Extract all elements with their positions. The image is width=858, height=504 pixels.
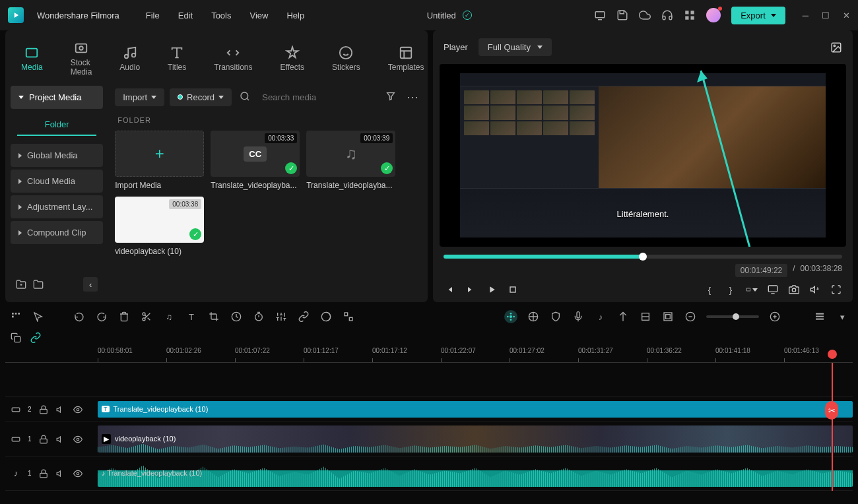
image-icon[interactable] <box>830 42 842 53</box>
media-item-music[interactable]: ♫00:03:39✓ Translate_videoplayba... <box>306 131 395 190</box>
video-track-icon[interactable] <box>11 434 21 445</box>
display-button[interactable] <box>767 284 779 296</box>
undo-button[interactable] <box>73 310 86 323</box>
sidebar-cloud-media[interactable]: Cloud Media <box>11 170 103 193</box>
media-item-cc[interactable]: CC00:03:33✓ Translate_videoplayba... <box>211 131 300 190</box>
menu-view[interactable]: View <box>249 11 268 20</box>
zoom-out-button[interactable] <box>684 310 697 323</box>
aspect-button[interactable] <box>746 284 758 296</box>
snapshot-button[interactable] <box>788 284 800 296</box>
menu-tools[interactable]: Tools <box>211 11 231 20</box>
crop-button[interactable] <box>207 310 220 323</box>
track-copy-button[interactable] <box>9 331 22 344</box>
lock-icon[interactable] <box>38 468 49 479</box>
text-track-icon[interactable] <box>11 404 21 415</box>
tab-media[interactable]: Media <box>15 42 50 76</box>
mute-icon[interactable] <box>55 404 66 415</box>
close-button[interactable]: ✕ <box>843 11 850 20</box>
headphones-icon[interactable] <box>661 9 673 21</box>
play-button[interactable] <box>486 284 498 296</box>
view-settings-button[interactable]: ▾ <box>836 310 849 323</box>
tab-audio[interactable]: Audio <box>113 42 147 76</box>
player-viewport[interactable]: Littéralement. <box>440 64 846 247</box>
import-button[interactable]: Import <box>115 88 164 106</box>
cloud-icon[interactable] <box>639 9 651 21</box>
group-button[interactable] <box>342 310 355 323</box>
mark-out-button[interactable]: } <box>725 284 737 296</box>
tab-titles[interactable]: Titles <box>161 42 193 76</box>
grid-icon[interactable] <box>9 310 22 323</box>
visibility-icon[interactable] <box>73 434 83 445</box>
zoom-in-button[interactable] <box>768 310 781 323</box>
prev-frame-button[interactable] <box>444 284 455 296</box>
link-toggle-button[interactable] <box>29 331 42 344</box>
view-list-button[interactable] <box>813 310 826 323</box>
shield-button[interactable] <box>549 310 562 323</box>
menu-edit[interactable]: Edit <box>178 11 193 20</box>
visibility-icon[interactable] <box>73 468 83 479</box>
mute-icon[interactable] <box>55 468 66 479</box>
maximize-button[interactable]: ☐ <box>822 11 830 20</box>
export-button[interactable]: Export <box>731 7 785 24</box>
save-icon[interactable] <box>616 9 628 21</box>
new-folder-icon[interactable] <box>16 279 26 290</box>
ai-button[interactable] <box>504 310 517 323</box>
speed-button[interactable] <box>230 310 243 323</box>
audio-fx-button[interactable]: ♪ <box>594 310 607 323</box>
mark-in-button[interactable]: { <box>704 284 715 296</box>
color-wheel-button[interactable] <box>527 310 540 323</box>
tab-stock-media[interactable]: Stock Media <box>64 37 99 80</box>
progress-bar[interactable] <box>444 255 842 259</box>
search-input[interactable] <box>258 88 378 106</box>
text-clip[interactable]: TTranslate_videoplayback (10) <box>98 401 853 418</box>
media-item-import[interactable]: + Import Media <box>115 131 204 190</box>
audio-track-icon[interactable]: ♪ <box>11 468 21 479</box>
sidebar-project-media[interactable]: Project Media <box>11 86 103 109</box>
sidebar-folder[interactable]: Folder <box>17 114 96 136</box>
minimize-button[interactable]: ─ <box>803 11 808 20</box>
sidebar-compound-clip[interactable]: Compound Clip <box>11 221 103 244</box>
playhead[interactable] <box>832 363 833 491</box>
tab-stickers[interactable]: Stickers <box>325 42 367 76</box>
cursor-icon[interactable] <box>32 310 45 323</box>
scissors-handle[interactable]: ✂ <box>825 401 838 420</box>
music-button[interactable]: ♫ <box>162 310 176 323</box>
sidebar-global-media[interactable]: Global Media <box>11 144 103 167</box>
mute-icon[interactable] <box>55 434 66 445</box>
resize-button[interactable] <box>661 310 675 323</box>
redo-button[interactable] <box>95 310 108 323</box>
device-icon[interactable] <box>594 9 606 21</box>
color-button[interactable] <box>319 310 333 323</box>
media-item-video[interactable]: 00:03:38✓ videoplayback (10) <box>115 197 204 256</box>
audio-clip[interactable]: ♪ Translate_videoplayback (10) <box>98 460 853 487</box>
tab-effects[interactable]: Effects <box>274 42 311 76</box>
user-avatar[interactable] <box>706 8 721 22</box>
lock-icon[interactable] <box>38 434 49 445</box>
lock-icon[interactable] <box>38 404 49 415</box>
video-clip[interactable]: ▶videoplayback (10) <box>98 425 853 453</box>
marker-button[interactable] <box>616 310 630 323</box>
visibility-icon[interactable] <box>73 404 83 415</box>
quality-dropdown[interactable]: Full Quality <box>478 38 552 56</box>
menu-file[interactable]: File <box>146 11 160 20</box>
next-frame-button[interactable] <box>465 284 477 296</box>
split-button[interactable] <box>140 310 153 323</box>
zoom-slider[interactable] <box>706 315 759 318</box>
timeline-ruler[interactable]: 00:00:58:01 00:01:02:26 00:01:07:22 00:0… <box>5 347 853 363</box>
menu-help[interactable]: Help <box>286 11 304 20</box>
record-button[interactable]: Record <box>170 88 232 106</box>
stop-button[interactable] <box>507 284 519 296</box>
apps-icon[interactable] <box>684 9 696 21</box>
mic-button[interactable] <box>572 310 585 323</box>
text-button[interactable]: T <box>185 310 198 323</box>
delete-button[interactable] <box>117 310 131 323</box>
timer-button[interactable] <box>252 310 265 323</box>
progress-thumb[interactable] <box>639 253 647 261</box>
tab-transitions[interactable]: Transitions <box>207 42 259 76</box>
sidebar-adjustment-layer[interactable]: Adjustment Lay... <box>11 195 103 218</box>
link-button[interactable] <box>297 310 310 323</box>
adjust-button[interactable] <box>275 310 288 323</box>
more-icon[interactable] <box>404 87 421 107</box>
collapse-sidebar-button[interactable]: ‹ <box>83 277 98 292</box>
filter-icon[interactable] <box>383 88 399 106</box>
